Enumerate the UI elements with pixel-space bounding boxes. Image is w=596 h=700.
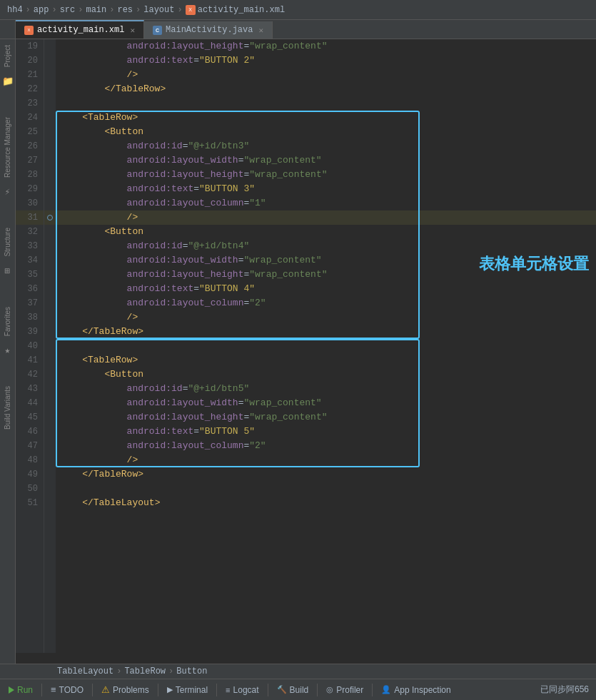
run-button[interactable]: Run (3, 683, 39, 697)
code-line-29: 29 android:text="BUTTON 3" (16, 182, 596, 196)
build-button[interactable]: 🔨 Build (271, 683, 315, 697)
problems-button[interactable]: ⚠ Problems (96, 682, 155, 697)
tab-close-java[interactable]: ✕ (258, 26, 263, 35)
run-icon (9, 686, 14, 694)
resource-manager-label[interactable]: Resource Manager (2, 111, 13, 183)
code-line-24: 24 <TableRow> (16, 111, 596, 125)
code-line-47: 47 android:layout_column="2" (16, 439, 596, 453)
code-line-42: 42 <Button (16, 367, 596, 382)
breadcrumb-main[interactable]: main (86, 5, 106, 15)
code-line-27: 27 android:layout_width="wrap_content" (16, 153, 596, 168)
app-inspection-button[interactable]: 👤 App Inspection (375, 683, 456, 697)
bottom-breadcrumb-table-row[interactable]: TableRow (124, 666, 166, 676)
gutter-arrow-31 (47, 215, 53, 220)
code-line-50: 50 (16, 482, 596, 496)
bottom-breadcrumb-table-layout[interactable]: TableLayout (57, 666, 113, 676)
code-line-36: 36 android:text="BUTTON 4" (16, 282, 596, 296)
code-editor[interactable]: 表格单元格设置 19 android:layout_height="wrap_c… (16, 39, 596, 664)
resource-icon[interactable]: ⚡ (2, 186, 14, 198)
status-bar: Run ≡ TODO ⚠ Problems ▶ Terminal ≡ Logca… (0, 679, 596, 700)
code-line-21: 21 /> (16, 68, 596, 82)
code-line-31: 31 /> (16, 210, 596, 225)
breadcrumb-layout[interactable]: layout (143, 5, 174, 15)
logcat-icon: ≡ (226, 686, 230, 694)
code-line-26: 26 android:id="@+id/btn3" (16, 139, 596, 153)
code-line-20: 20 android:text="BUTTON 2" (16, 54, 596, 68)
todo-button[interactable]: ≡ TODO (45, 682, 89, 697)
code-line-40: 40 (16, 339, 596, 353)
project-panel-label[interactable]: Project (2, 39, 13, 73)
tab-bar: X activity_main.xml ✕ C MainActivity.jav… (0, 20, 596, 39)
code-line-30: 30 android:layout_column="1" (16, 196, 596, 210)
favorites-label[interactable]: Favorites (2, 301, 13, 342)
breadcrumb-src[interactable]: src (60, 5, 76, 15)
code-line-28: 28 android:layout_height="wrap_content" (16, 168, 596, 182)
code-line-49: 49 </TableRow> (16, 467, 596, 482)
xml-file-icon: X (186, 5, 196, 15)
folder-icon[interactable]: 📁 (2, 76, 14, 87)
code-line-32: 32 <Button (16, 225, 596, 239)
problems-icon: ⚠ (101, 684, 110, 695)
tab-xml-icon: X (24, 26, 34, 35)
code-line-43: 43 android:id="@+id/btn5" (16, 382, 596, 396)
breadcrumb-hh4[interactable]: hh4 (7, 5, 23, 15)
code-line-22: 22 </TableRow> (16, 82, 596, 96)
tab-activity-main[interactable]: X activity_main.xml ✕ (16, 20, 144, 39)
profiler-button[interactable]: ◎ Profiler (320, 683, 369, 697)
annotation-label: 表格单元格设置 (479, 253, 589, 275)
star-icon[interactable]: ★ (2, 345, 14, 356)
tab-close-xml[interactable]: ✕ (130, 26, 135, 35)
code-line-23: 23 (16, 96, 596, 111)
todo-icon: ≡ (51, 684, 56, 695)
breadcrumb-bar: hh4 › app › src › main › res › layout › … (0, 0, 596, 20)
bottom-breadcrumb-button[interactable]: Button (176, 666, 207, 676)
breadcrumb-res[interactable]: res (117, 5, 133, 15)
code-line-48: 48 /> (16, 453, 596, 467)
code-line-46: 46 android:text="BUTTON 5" (16, 425, 596, 439)
code-line-25: 25 <Button (16, 125, 596, 139)
inspection-icon: 👤 (381, 685, 391, 694)
code-line-51: 51 </TableLayout> (16, 496, 596, 510)
tab-java-icon: C (153, 26, 162, 35)
code-line-44: 44 android:layout_width="wrap_content" (16, 396, 596, 410)
breadcrumb-file[interactable]: X activity_main.xml (186, 5, 285, 15)
left-side-panel: Project 📁 Resource Manager ⚡ Structure ⊞… (0, 39, 16, 664)
terminal-button[interactable]: ▶ Terminal (161, 683, 213, 697)
status-right-text: 已同步阿656 (540, 684, 593, 696)
code-line-38: 38 /> (16, 310, 596, 325)
logcat-button[interactable]: ≡ Logcat (220, 683, 264, 697)
code-line-41: 41 <TableRow> (16, 353, 596, 367)
structure-label[interactable]: Structure (2, 222, 13, 263)
code-line-37: 37 android:layout_column="2" (16, 296, 596, 310)
code-line-45: 45 android:layout_height="wrap_content" (16, 410, 596, 425)
build-variants-label[interactable]: Build Variants (2, 380, 13, 435)
breadcrumb-app[interactable]: app (34, 5, 49, 15)
profiler-icon: ◎ (326, 685, 333, 694)
editor-container: Project 📁 Resource Manager ⚡ Structure ⊞… (0, 39, 596, 664)
code-line-19: 19 android:layout_height="wrap_content" (16, 39, 596, 54)
bottom-breadcrumb: TableLayout › TableRow › Button (0, 664, 596, 679)
tab-main-activity[interactable]: C MainActivity.java ✕ (144, 21, 273, 39)
terminal-icon: ▶ (167, 685, 173, 694)
code-line-33: 33 android:id="@+id/btn4" (16, 239, 596, 253)
build-icon: 🔨 (277, 685, 287, 694)
structure-icon[interactable]: ⊞ (2, 265, 14, 277)
code-line-39: 39 </TableRow> (16, 325, 596, 339)
